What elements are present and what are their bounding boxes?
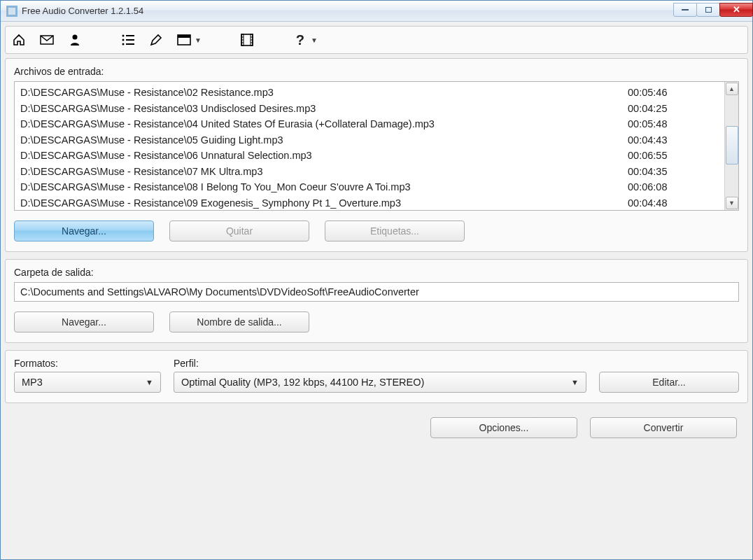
file-duration: 00:06:08	[621, 179, 719, 195]
file-duration: 00:04:48	[621, 195, 719, 211]
user-icon[interactable]	[67, 32, 83, 48]
profile-combo[interactable]: Optimal Quality (MP3, 192 kbps, 44100 Hz…	[174, 372, 586, 393]
output-folder-panel: Carpeta de salida: C:\Documents and Sett…	[5, 259, 748, 343]
window-controls: ✕	[673, 4, 752, 19]
maximize-button[interactable]	[696, 3, 720, 17]
chevron-down-icon: ▼	[146, 378, 153, 386]
mail-icon[interactable]	[39, 32, 55, 48]
file-row[interactable]: D:\DESCARGAS\Muse - Resistance\07 MK Ult…	[20, 164, 719, 180]
film-icon[interactable]	[239, 32, 255, 48]
file-row[interactable]: D:\DESCARGAS\Muse - Resistance\06 Unnatu…	[20, 148, 719, 164]
help-icon: ?	[293, 32, 308, 48]
minimize-button[interactable]	[673, 3, 697, 17]
tags-button[interactable]: Etiquetas...	[325, 220, 465, 241]
scrollbar[interactable]: ▲ ▼	[724, 82, 738, 210]
window-title: Free Audio Converter 1.2.1.54	[22, 6, 143, 16]
svg-rect-3	[126, 35, 134, 36]
svg-rect-9	[178, 35, 190, 38]
svg-rect-5	[126, 39, 134, 41]
file-row[interactable]: D:\DESCARGAS\Muse - Resistance\08 I Belo…	[20, 179, 719, 195]
file-duration: 00:04:25	[621, 101, 719, 117]
format-combo[interactable]: MP3 ▼	[14, 372, 161, 393]
file-row[interactable]: D:\DESCARGAS\Muse - Resistance\09 Exogen…	[20, 195, 719, 211]
output-path-field[interactable]: C:\Documents and Settings\ALVARO\My Docu…	[14, 282, 739, 302]
chevron-down-icon: ▼	[195, 36, 202, 44]
remove-button[interactable]: Quitar	[169, 220, 309, 241]
svg-point-6	[122, 43, 125, 46]
file-duration: 00:04:35	[621, 164, 719, 180]
file-name: D:\DESCARGAS\Muse - Resistance\06 Unnatu…	[20, 148, 621, 164]
toolbar: ▼ ? ▼	[5, 26, 748, 54]
window-icon	[176, 32, 192, 48]
file-row[interactable]: D:\DESCARGAS\Muse - Resistance\02 Resist…	[20, 85, 719, 101]
file-list[interactable]: D:\DESCARGAS\Muse - Resistance\02 Resist…	[14, 81, 739, 211]
file-duration: 00:05:46	[621, 85, 719, 101]
file-name: D:\DESCARGAS\Muse - Resistance\03 Undisc…	[20, 101, 621, 117]
file-duration: 00:04:43	[621, 132, 719, 148]
browse-output-button[interactable]: Navegar...	[14, 312, 154, 332]
profile-label: Perfil:	[174, 358, 586, 369]
file-name: D:\DESCARGAS\Muse - Resistance\07 MK Ult…	[20, 164, 621, 180]
input-files-panel: Archivos de entrada: D:\DESCARGAS\Muse -…	[5, 58, 748, 252]
app-icon	[6, 6, 17, 17]
format-panel: Formatos: MP3 ▼ Perfil: Optimal Quality …	[5, 350, 748, 403]
list-icon[interactable]	[120, 32, 136, 48]
scroll-up-button[interactable]: ▲	[726, 83, 738, 95]
output-name-button[interactable]: Nombre de salida...	[169, 312, 309, 332]
file-name: D:\DESCARGAS\Muse - Resistance\04 United…	[20, 116, 621, 132]
output-path-value: C:\Documents and Settings\ALVARO\My Docu…	[20, 286, 419, 298]
browse-input-button[interactable]: Navegar...	[14, 220, 154, 241]
scroll-thumb[interactable]	[726, 126, 738, 164]
scroll-down-button[interactable]: ▼	[726, 197, 738, 209]
output-folder-label: Carpeta de salida:	[14, 267, 739, 278]
file-name: D:\DESCARGAS\Muse - Resistance\08 I Belo…	[20, 179, 621, 195]
file-name: D:\DESCARGAS\Muse - Resistance\09 Exogen…	[20, 195, 621, 211]
file-row[interactable]: D:\DESCARGAS\Muse - Resistance\05 Guidin…	[20, 132, 719, 148]
svg-point-4	[122, 39, 125, 41]
input-files-label: Archivos de entrada:	[14, 66, 739, 77]
file-duration: 00:06:55	[621, 148, 719, 164]
svg-point-2	[122, 35, 125, 37]
file-name: D:\DESCARGAS\Muse - Resistance\02 Resist…	[20, 85, 621, 101]
options-button[interactable]: Opciones...	[430, 417, 577, 438]
chevron-down-icon: ▼	[571, 378, 579, 386]
footer-buttons: Opciones... Convertir	[5, 410, 748, 438]
close-button[interactable]: ✕	[719, 3, 753, 17]
help-dropdown[interactable]: ? ▼	[293, 32, 318, 48]
titlebar: Free Audio Converter 1.2.1.54 ✕	[1, 1, 752, 22]
chevron-down-icon: ▼	[311, 36, 318, 44]
convert-button[interactable]: Convertir	[590, 417, 737, 438]
app-window: Free Audio Converter 1.2.1.54 ✕ ▼	[0, 0, 753, 560]
file-row[interactable]: D:\DESCARGAS\Muse - Resistance\03 Undisc…	[20, 101, 719, 117]
scroll-track[interactable]	[726, 96, 738, 196]
svg-point-1	[73, 35, 78, 40]
home-icon[interactable]	[11, 32, 27, 48]
edit-profile-button[interactable]: Editar...	[599, 372, 739, 393]
format-value: MP3	[22, 377, 43, 388]
edit-icon[interactable]	[148, 32, 164, 48]
window-dropdown[interactable]: ▼	[176, 32, 202, 48]
profile-value: Optimal Quality (MP3, 192 kbps, 44100 Hz…	[181, 377, 424, 388]
format-label: Formatos:	[14, 358, 161, 369]
file-name: D:\DESCARGAS\Muse - Resistance\05 Guidin…	[20, 132, 621, 148]
file-row[interactable]: D:\DESCARGAS\Muse - Resistance\04 United…	[20, 116, 719, 132]
file-duration: 00:05:48	[621, 116, 719, 132]
svg-rect-7	[126, 43, 134, 45]
